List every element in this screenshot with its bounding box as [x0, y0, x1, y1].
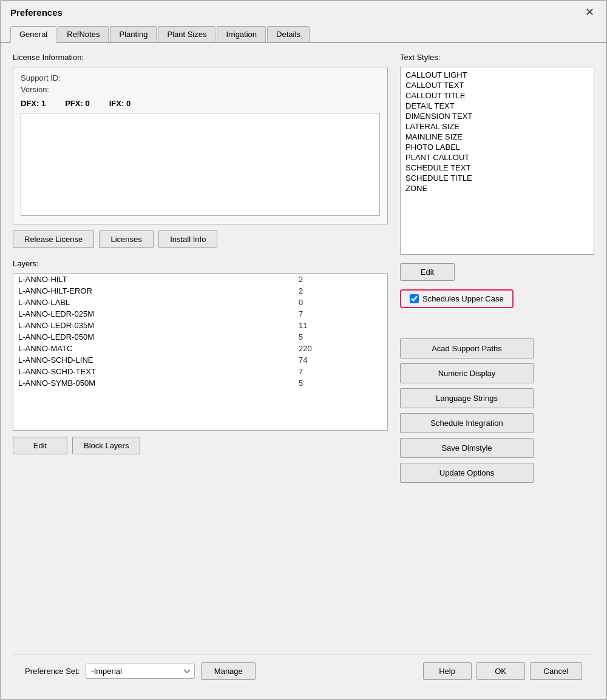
layer-name: L-ANNO-LEDR-025M	[13, 308, 294, 320]
schedules-upper-case-row: Schedules Upper Case	[400, 289, 514, 308]
tab-details[interactable]: Details	[267, 26, 310, 42]
support-id-label: Support ID:	[21, 73, 61, 82]
text-style-item[interactable]: PLANT CALLOUT	[403, 152, 591, 163]
left-column: License Information: Support ID: Version…	[13, 53, 388, 642]
right-column: Text Styles: CALLOUT LIGHTCALLOUT TEXTCA…	[400, 53, 594, 642]
text-style-item[interactable]: DETAIL TEXT	[403, 101, 591, 111]
release-license-button[interactable]: Release License	[13, 231, 94, 248]
layers-list[interactable]: L-ANNO-HILT2L-ANNO-HILT-EROR2L-ANNO-LABL…	[13, 273, 388, 431]
version-label: Version:	[21, 85, 49, 94]
layer-name: L-ANNO-LEDR-050M	[13, 331, 294, 343]
license-section: License Information: Support ID: Version…	[13, 53, 388, 224]
text-style-item[interactable]: SCHEDULE TEXT	[403, 163, 591, 173]
preferences-dialog: Preferences ✕ General RefNotes Planting …	[0, 0, 607, 700]
layers-table: L-ANNO-HILT2L-ANNO-HILT-EROR2L-ANNO-LABL…	[13, 274, 387, 389]
table-row[interactable]: L-ANNO-HILT2	[13, 274, 387, 285]
table-row[interactable]: L-ANNO-LEDR-050M5	[13, 331, 387, 343]
dialog-title: Preferences	[10, 7, 63, 18]
cancel-button[interactable]: Cancel	[530, 662, 582, 680]
tab-irrigation[interactable]: Irrigation	[217, 26, 266, 42]
text-style-item[interactable]: ZONE	[403, 183, 591, 194]
tab-refnotes[interactable]: RefNotes	[58, 26, 109, 42]
main-row: License Information: Support ID: Version…	[13, 53, 594, 642]
layer-name: L-ANNO-SCHD-TEXT	[13, 366, 294, 377]
edit-btn-row: Edit	[400, 263, 594, 281]
text-styles-label: Text Styles:	[400, 53, 594, 62]
support-id-row: Support ID:	[21, 73, 380, 82]
table-row[interactable]: L-ANNO-MATC220	[13, 343, 387, 354]
schedules-upper-case-checkbox[interactable]	[410, 294, 419, 303]
block-layers-button[interactable]: Block Layers	[72, 437, 140, 454]
text-style-item[interactable]: DIMENSION TEXT	[403, 111, 591, 121]
licenses-button[interactable]: Licenses	[99, 231, 154, 248]
ok-button[interactable]: OK	[476, 662, 525, 680]
text-styles-list[interactable]: CALLOUT LIGHTCALLOUT TEXTCALLOUT TITLEDE…	[400, 67, 594, 255]
title-bar: Preferences ✕	[1, 1, 606, 22]
tab-general[interactable]: General	[10, 26, 56, 43]
layer-value: 11	[294, 320, 387, 331]
text-styles-section: Text Styles: CALLOUT LIGHTCALLOUT TEXTCA…	[400, 53, 594, 255]
layer-value: 2	[294, 274, 387, 285]
dfx-label: DFX: 1	[21, 99, 46, 108]
layer-value: 5	[294, 331, 387, 343]
table-row[interactable]: L-ANNO-SCHD-LINE74	[13, 354, 387, 366]
acad-support-paths-button[interactable]: Acad Support Paths	[400, 338, 534, 358]
table-row[interactable]: L-ANNO-LABL0	[13, 297, 387, 308]
tab-planting[interactable]: Planting	[110, 26, 157, 42]
table-row[interactable]: L-ANNO-SYMB-050M5	[13, 377, 387, 389]
schedule-integration-button[interactable]: Schedule Integration	[400, 413, 534, 433]
help-button[interactable]: Help	[423, 662, 472, 680]
license-section-label: License Information:	[13, 53, 388, 62]
dfx-value: 1	[41, 99, 46, 108]
edit-layers-button[interactable]: Edit	[13, 437, 67, 454]
text-style-item[interactable]: LATERAL SIZE	[403, 121, 591, 132]
language-strings-button[interactable]: Language Strings	[400, 388, 534, 408]
license-box: Support ID: Version: DFX: 1 PFX: 0 IFX: …	[13, 67, 388, 224]
tabs-row: General RefNotes Planting Plant Sizes Ir…	[1, 22, 606, 43]
bottom-row: Preference Set: -Imperial Manage Help OK…	[13, 655, 594, 690]
layer-name: L-ANNO-LABL	[13, 297, 294, 308]
save-dimstyle-button[interactable]: Save Dimstyle	[400, 438, 534, 458]
table-row[interactable]: L-ANNO-HILT-EROR2	[13, 285, 387, 297]
bottom-action-buttons: Help OK Cancel	[423, 662, 582, 680]
tab-plant-sizes[interactable]: Plant Sizes	[158, 26, 215, 42]
layer-value: 7	[294, 308, 387, 320]
manage-button[interactable]: Manage	[201, 662, 256, 680]
edit-text-styles-button[interactable]: Edit	[400, 263, 455, 281]
close-button[interactable]: ✕	[583, 7, 597, 18]
layer-name: L-ANNO-HILT	[13, 274, 294, 285]
install-info-button[interactable]: Install Info	[158, 231, 217, 248]
layers-btn-row: Edit Block Layers	[13, 437, 388, 454]
text-style-item[interactable]: CALLOUT LIGHT	[403, 70, 591, 80]
layer-name: L-ANNO-LEDR-035M	[13, 320, 294, 331]
schedules-upper-case-label[interactable]: Schedules Upper Case	[422, 294, 504, 303]
update-options-button[interactable]: Update Options	[400, 463, 534, 483]
pfx-value: 0	[85, 99, 89, 108]
layer-name: L-ANNO-SYMB-050M	[13, 377, 294, 389]
text-style-item[interactable]: CALLOUT TITLE	[403, 90, 591, 101]
layer-value: 7	[294, 366, 387, 377]
version-row: Version:	[21, 85, 380, 94]
preference-set-section: Preference Set: -Imperial Manage	[25, 662, 256, 680]
layer-value: 74	[294, 354, 387, 366]
table-row[interactable]: L-ANNO-SCHD-TEXT7	[13, 366, 387, 377]
text-style-item[interactable]: PHOTO LABEL	[403, 142, 591, 152]
table-row[interactable]: L-ANNO-LEDR-035M11	[13, 320, 387, 331]
preference-set-select[interactable]: -Imperial	[86, 664, 195, 679]
main-content: License Information: Support ID: Version…	[1, 43, 606, 699]
ifx-value: 0	[126, 99, 131, 108]
numeric-display-button[interactable]: Numeric Display	[400, 363, 534, 383]
layers-section: Layers: L-ANNO-HILT2L-ANNO-HILT-EROR2L-A…	[13, 259, 388, 431]
license-textarea[interactable]	[21, 113, 380, 216]
text-style-item[interactable]: SCHEDULE TITLE	[403, 173, 591, 183]
table-row[interactable]: L-ANNO-LEDR-025M7	[13, 308, 387, 320]
right-buttons-group: Acad Support PathsNumeric DisplayLanguag…	[400, 338, 594, 483]
ifx-label: IFX: 0	[109, 99, 131, 108]
text-style-item[interactable]: MAINLINE SIZE	[403, 132, 591, 142]
preference-set-label: Preference Set:	[25, 667, 80, 676]
layer-value: 220	[294, 343, 387, 354]
text-style-item[interactable]: CALLOUT TEXT	[403, 80, 591, 90]
layer-name: L-ANNO-SCHD-LINE	[13, 354, 294, 366]
dfx-row: DFX: 1 PFX: 0 IFX: 0	[21, 99, 380, 108]
license-btn-row: Release License Licenses Install Info	[13, 231, 388, 248]
